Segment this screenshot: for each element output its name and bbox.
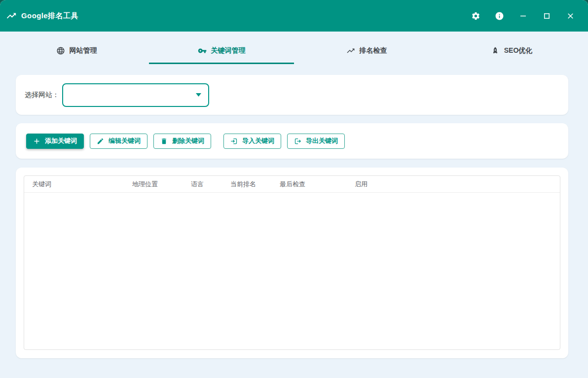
site-select-dropdown[interactable]: [62, 83, 209, 107]
tab-seo-optimization[interactable]: SEO优化: [439, 38, 584, 64]
tab-label: 关键词管理: [211, 46, 246, 55]
delete-keyword-button[interactable]: 删除关键词: [153, 134, 211, 149]
import-keywords-label: 导入关键词: [242, 137, 274, 145]
rocket-icon: [491, 46, 500, 55]
tab-keyword-management[interactable]: 关键词管理: [149, 38, 294, 64]
export-icon: [294, 137, 301, 145]
add-keyword-button[interactable]: 添加关键词: [26, 134, 84, 149]
settings-button[interactable]: [464, 5, 487, 26]
keyword-table-card: 关键词 地理位置 语言 当前排名 最后检查 启用: [16, 168, 568, 358]
minimize-icon: [518, 11, 528, 21]
tab-label: SEO优化: [504, 46, 533, 55]
key-icon: [198, 46, 207, 55]
keyword-table: 关键词 地理位置 语言 当前排名 最后检查 启用: [24, 175, 560, 350]
globe-icon: [56, 46, 65, 55]
tab-label: 排名检查: [360, 46, 387, 55]
titlebar-left: Google排名工具: [6, 10, 78, 21]
table-body-empty: [24, 193, 560, 350]
column-header-language: 语言: [183, 180, 222, 189]
import-icon: [230, 137, 238, 145]
trending-up-icon: [6, 10, 17, 21]
tab-site-management[interactable]: 网站管理: [4, 38, 149, 64]
site-selector-card: 选择网站：: [16, 75, 568, 115]
tab-bar: 网站管理 关键词管理 排名检查 SEO优化: [4, 38, 584, 64]
close-button[interactable]: [558, 5, 582, 26]
column-header-location: 地理位置: [124, 180, 183, 189]
info-icon: [495, 11, 504, 21]
maximize-button[interactable]: [535, 5, 558, 26]
column-header-current-rank: 当前排名: [222, 180, 272, 189]
column-header-enabled: 启用: [347, 180, 560, 189]
titlebar-controls: [464, 5, 582, 26]
site-selector-label: 选择网站：: [25, 91, 59, 100]
close-icon: [566, 11, 575, 21]
trash-icon: [160, 137, 168, 145]
import-keywords-button[interactable]: 导入关键词: [223, 134, 281, 149]
delete-keyword-label: 删除关键词: [172, 137, 204, 145]
tab-label: 网站管理: [70, 46, 97, 55]
column-header-keyword: 关键词: [24, 180, 124, 189]
keyword-toolbar-card: 添加关键词 编辑关键词 删除关键词 导入关键词: [16, 123, 568, 159]
plus-icon: [33, 137, 40, 145]
page-content: 网站管理 关键词管理 排名检查 SEO优化: [0, 32, 588, 378]
app-window: Google排名工具: [0, 0, 588, 378]
edit-keyword-button[interactable]: 编辑关键词: [90, 134, 147, 149]
export-keywords-label: 导出关键词: [306, 137, 338, 145]
edit-keyword-label: 编辑关键词: [109, 137, 141, 145]
maximize-icon: [542, 11, 551, 21]
table-header-row: 关键词 地理位置 语言 当前排名 最后检查 启用: [24, 176, 560, 193]
info-button[interactable]: [487, 5, 511, 26]
trending-up-icon: [346, 46, 355, 55]
minimize-button[interactable]: [511, 5, 535, 26]
column-header-last-check: 最后检查: [272, 180, 347, 189]
tab-rank-check[interactable]: 排名检查: [294, 38, 439, 64]
app-title: Google排名工具: [21, 11, 78, 21]
pencil-icon: [97, 137, 104, 145]
chevron-down-icon: [196, 93, 201, 97]
titlebar: Google排名工具: [0, 0, 588, 32]
add-keyword-label: 添加关键词: [45, 137, 77, 145]
gear-icon: [471, 11, 480, 21]
export-keywords-button[interactable]: 导出关键词: [287, 134, 345, 149]
